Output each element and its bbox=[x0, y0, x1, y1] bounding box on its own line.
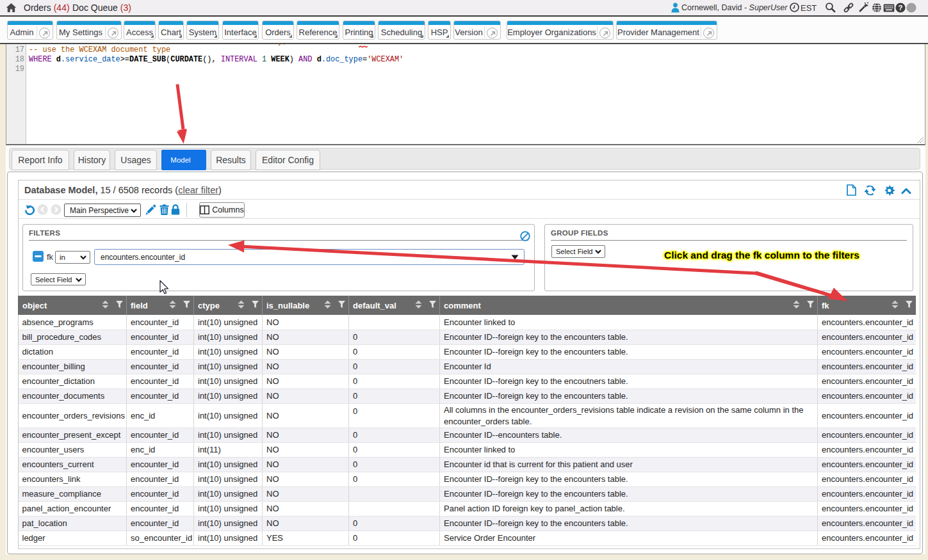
svg-text:?: ? bbox=[898, 4, 902, 12]
